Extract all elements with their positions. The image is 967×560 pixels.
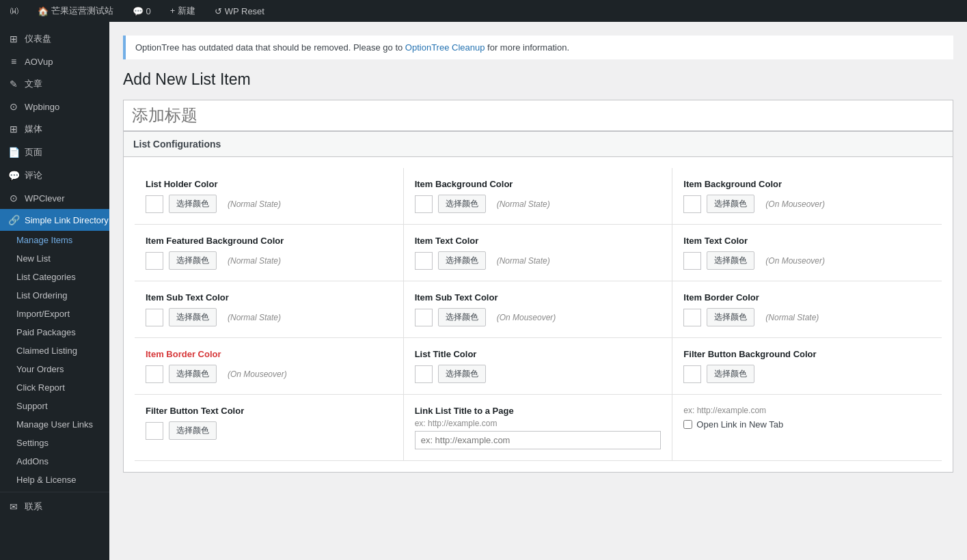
color-picker-button[interactable]: 选择颜色 (169, 365, 217, 383)
color-picker-button[interactable]: 选择颜色 (169, 251, 217, 270)
color-swatch (146, 422, 163, 440)
color-picker-button[interactable]: 选择颜色 (438, 195, 486, 213)
sidebar-sub-your-orders[interactable]: Your Orders (0, 360, 109, 378)
color-state-label: (Normal State) (497, 256, 550, 266)
sidebar-item-aovup[interactable]: ≡ AOVup (0, 51, 109, 72)
manage-items-label: Manage Items (16, 235, 72, 245)
sidebar-item-wpclever[interactable]: ⊙ WPClever (0, 187, 109, 209)
color-picker-row: 选择颜色(Normal State) (415, 251, 662, 270)
color-state-label: (Normal State) (228, 256, 281, 266)
sidebar-sub-click-report[interactable]: Click Report (0, 378, 109, 397)
list-categories-label: List Categories (16, 272, 76, 282)
color-picker-button[interactable]: 选择颜色 (169, 421, 217, 440)
url-grid: Filter Button Text Color选择颜色Link List Ti… (135, 395, 942, 461)
color-picker-button[interactable]: 选择颜色 (707, 251, 754, 270)
sidebar-item-pages[interactable]: 📄 页面 (0, 141, 109, 164)
help-license-label: Help & License (16, 475, 76, 485)
wpbingo-icon: ⊙ (8, 101, 19, 112)
color-cell: Item Text Color选择颜色(Normal State) (404, 225, 673, 281)
color-state-label: (On Mouseover) (765, 199, 825, 209)
color-state-label: (On Mouseover) (497, 313, 556, 322)
new-content-button[interactable]: + 新建 (166, 0, 200, 22)
notice-link[interactable]: OptionTree Cleanup (405, 42, 485, 53)
color-cell: Item Background Color选择颜色(Normal State) (404, 168, 673, 225)
sidebar-sub-addons[interactable]: AddOns (0, 452, 109, 471)
sidebar-sub-claimed-listing[interactable]: Claimed Listing (0, 341, 109, 360)
sidebar-sub-manage-user-links[interactable]: Manage User Links (0, 415, 109, 434)
url-hint: ex: http://example.com (415, 419, 662, 428)
color-state-label: (Normal State) (228, 313, 281, 322)
color-state-label: (On Mouseover) (228, 369, 287, 379)
color-picker-row: 选择颜色 (683, 365, 931, 383)
sidebar-item-simple-link-directory[interactable]: 🔗 Simple Link Directory (0, 209, 109, 231)
color-swatch (415, 309, 433, 326)
color-picker-button[interactable]: 选择颜色 (169, 308, 217, 326)
comments-button[interactable]: 💬 0 (128, 0, 155, 22)
main-content: OptionTree has outdated data that should… (109, 22, 967, 560)
site-name-button[interactable]: 🏠 芒果运营测试站 (33, 0, 118, 22)
sidebar-sub-support[interactable]: Support (0, 397, 109, 415)
sidebar-sub-settings[interactable]: Settings (0, 434, 109, 452)
color-swatch (415, 252, 433, 270)
color-picker-row: 选择颜色 (146, 421, 392, 440)
color-cell: Item Border Color选择颜色(On Mouseover) (135, 338, 404, 395)
color-picker-button[interactable]: 选择颜色 (438, 365, 486, 383)
color-picker-button[interactable]: 选择颜色 (707, 195, 754, 213)
color-cell-label: Item Featured Background Color (146, 236, 392, 246)
sidebar-sub-list-categories[interactable]: List Categories (0, 268, 109, 286)
color-cell: List Title Color选择颜色 (404, 338, 673, 395)
color-grid: List Holder Color选择颜色(Normal State)Item … (135, 168, 942, 395)
color-picker-button[interactable]: 选择颜色 (707, 308, 754, 326)
sidebar-sub-list-ordering[interactable]: List Ordering (0, 286, 109, 305)
wp-reset-button[interactable]: ↺ WP Reset (210, 0, 269, 22)
color-picker-button[interactable]: 选择颜色 (707, 365, 754, 383)
new-list-label: New List (16, 253, 51, 264)
sld-icon: 🔗 (8, 214, 19, 225)
color-cell-label: Item Border Color (683, 292, 931, 303)
sidebar-sub-help-license[interactable]: Help & License (0, 471, 109, 489)
wp-logo-button[interactable]: 🄦 (5, 0, 23, 22)
sidebar-item-comments[interactable]: 💬 评论 (0, 164, 109, 187)
sidebar-sub-manage-items[interactable]: Manage Items (0, 231, 109, 249)
title-input[interactable] (123, 100, 953, 131)
sidebar-item-dashboard[interactable]: ⊞ 仪表盘 (0, 27, 109, 51)
color-picker-button[interactable]: 选择颜色 (438, 251, 486, 270)
color-picker-row: 选择颜色(On Mouseover) (683, 251, 931, 270)
open-new-tab-cell: ex: http://example.comOpen Link in New T… (672, 395, 942, 461)
sidebar-sub-paid-packages[interactable]: Paid Packages (0, 323, 109, 341)
sidebar-item-wpbingo[interactable]: ⊙ Wpbingo (0, 96, 109, 117)
color-picker-row: 选择颜色(On Mouseover) (415, 308, 662, 326)
color-state-label: (Normal State) (228, 199, 281, 209)
sidebar-item-articles[interactable]: ✎ 文章 (0, 72, 109, 96)
aovup-icon: ≡ (8, 56, 19, 67)
articles-icon: ✎ (8, 79, 19, 89)
color-swatch (146, 252, 163, 270)
color-swatch (415, 365, 433, 383)
comments-nav-label: 评论 (25, 169, 42, 182)
url-input[interactable] (415, 431, 662, 449)
open-tab-row: Open Link in New Tab (683, 419, 931, 430)
color-state-label: (Normal State) (497, 199, 550, 209)
sidebar-item-media[interactable]: ⊞ 媒体 (0, 117, 109, 141)
wpclever-label: WPClever (25, 193, 65, 204)
sidebar-item-contact[interactable]: ✉ 联系 (0, 495, 109, 518)
site-name-label: 芒果运营测试站 (51, 5, 113, 17)
new-label: + 新建 (170, 5, 195, 17)
color-picker-row: 选择颜色(Normal State) (683, 308, 931, 326)
color-picker-row: 选择颜色(Normal State) (415, 195, 662, 213)
color-picker-button[interactable]: 选择颜色 (438, 308, 486, 326)
contact-icon: ✉ (8, 501, 19, 512)
articles-label: 文章 (25, 78, 42, 90)
config-box-header: List Configurations (124, 132, 953, 157)
color-cell: Item Border Color选择颜色(Normal State) (672, 281, 942, 338)
sidebar-sub-import-export[interactable]: Import/Export (0, 305, 109, 323)
media-label: 媒体 (25, 123, 42, 135)
config-box-title: List Configurations (133, 139, 221, 150)
color-swatch (146, 365, 163, 383)
sidebar-sub-new-list[interactable]: New List (0, 249, 109, 268)
color-cell-label: List Title Color (415, 349, 662, 359)
list-ordering-label: List Ordering (16, 290, 67, 300)
color-picker-button[interactable]: 选择颜色 (169, 195, 217, 213)
open-new-tab-checkbox[interactable] (683, 420, 692, 429)
config-box-body: List Holder Color选择颜色(Normal State)Item … (124, 157, 953, 472)
